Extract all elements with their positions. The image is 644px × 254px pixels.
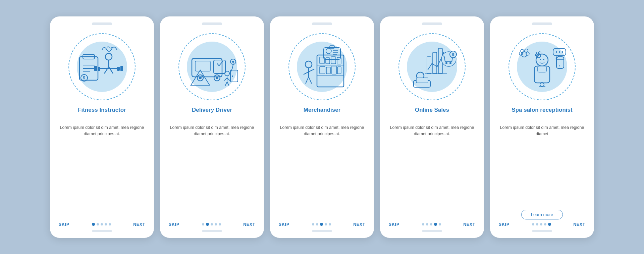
next-button-delivery[interactable]: NEXT [243,222,255,227]
card-merch-title: Merchandiser [304,106,341,121]
svg-point-7 [105,53,112,60]
svg-line-49 [306,77,309,84]
svg-line-32 [227,82,229,86]
card-spa-body: Lorem ipsum dolor sit dim amet, mea regi… [497,124,587,207]
card-fitness: $ Fitness Instructor Lorem ipsum dolor s… [50,16,154,238]
svg-line-14 [104,67,109,73]
dots-delivery [202,223,221,226]
svg-line-48 [304,72,309,74]
dot-s3 [434,223,437,226]
svg-rect-57 [427,57,431,73]
svg-point-64 [445,62,447,64]
next-button-merch[interactable]: NEXT [353,222,365,227]
bottom-bar-sales [422,230,442,232]
svg-rect-9 [98,67,100,71]
card-delivery: Delivery Driver Lorem ipsum dolor sit di… [160,16,264,238]
delivery-icon [183,38,240,95]
svg-point-52 [326,48,331,54]
card-sales-body: Lorem ipsum dolor sit dim amet, mea regi… [387,124,477,219]
dot-sp1 [536,223,538,225]
bottom-bar-fitness [92,230,112,232]
phone-notch [92,22,112,25]
dot-s1 [426,223,428,225]
dot-d0 [202,223,204,225]
phone-notch-spa [532,22,552,25]
dot-d2 [211,223,213,225]
phone-notch-delivery [202,22,222,25]
svg-rect-42 [326,67,330,74]
card-online-sales: $ Online Sales Lorem ipsum dolor sit dim… [380,16,484,238]
skip-button-delivery[interactable]: SKIP [169,222,179,227]
skip-button-fitness[interactable]: SKIP [59,222,69,227]
skip-button-sales[interactable]: SKIP [389,222,399,227]
dot-2 [101,223,103,225]
svg-point-65 [449,62,451,64]
nav-row-merch: SKIP NEXT [277,222,367,227]
dot-m1 [316,223,318,225]
spa-icon [514,38,571,95]
dot-sp0 [532,223,534,225]
svg-rect-39 [331,57,336,64]
card-spa: Spa salon receptionist Lorem ipsum dolor… [490,16,594,238]
svg-point-20 [199,77,202,79]
svg-point-22 [216,77,218,79]
online-sales-icon: $ [404,38,461,95]
dot-sp4 [548,223,551,226]
illustration-sales: $ [395,30,469,104]
card-fitness-body: Lorem ipsum dolor sit dim amet, mea regi… [57,124,147,219]
nav-row-delivery: SKIP NEXT [167,222,257,227]
svg-point-45 [305,61,312,68]
svg-line-30 [227,78,230,81]
nav-row-fitness: SKIP NEXT [57,222,147,227]
dot-m3 [325,223,327,225]
card-merchandiser: Merchandiser Lorem ipsum dolor sit dim a… [270,16,374,238]
cards-container: $ Fitness Instructor Lorem ipsum dolor s… [50,16,594,238]
bottom-bar-merch [312,230,332,232]
svg-rect-44 [337,67,341,74]
dots-sales [422,223,441,226]
svg-rect-82 [556,57,564,68]
phone-notch-sales [422,22,442,25]
phone-notch-merch [312,22,332,25]
svg-rect-70 [416,78,428,83]
svg-point-87 [556,51,557,53]
dot-d3 [215,223,217,225]
next-button-spa[interactable]: NEXT [573,222,585,227]
svg-point-27 [225,71,229,76]
skip-button-spa[interactable]: SKIP [499,222,509,227]
card-sales-title: Online Sales [415,106,449,121]
card-delivery-body: Lorem ipsum dolor sit dim amet, mea regi… [167,124,257,219]
svg-line-15 [109,67,113,73]
svg-rect-38 [326,58,330,64]
svg-rect-18 [195,61,210,71]
svg-text:$: $ [452,52,454,57]
svg-point-77 [543,59,544,60]
dot-m4 [329,223,331,225]
svg-rect-12 [120,66,123,71]
svg-line-50 [309,77,312,84]
merchandiser-icon [293,38,351,95]
learn-more-button[interactable]: Learn more [521,210,563,219]
skip-button-merch[interactable]: SKIP [279,222,289,227]
illustration-merch [285,30,359,104]
svg-rect-25 [230,70,238,82]
illustration-spa [505,30,579,104]
dots-fitness [92,223,111,226]
dot-m0 [312,223,314,225]
next-button-fitness[interactable]: NEXT [133,222,145,227]
dot-s4 [439,223,441,225]
svg-point-88 [559,51,560,53]
dot-0 [92,223,95,226]
card-spa-title: Spa salon receptionist [512,106,572,121]
dot-s2 [430,223,432,225]
bottom-bar-spa [532,230,552,232]
svg-point-89 [562,51,563,53]
svg-point-24 [232,61,234,63]
fitness-icon: $ [73,38,130,95]
dot-d4 [219,223,221,225]
dots-spa [532,223,551,226]
nav-row-spa: SKIP NEXT [497,222,587,227]
card-fitness-title: Fitness Instructor [78,106,126,121]
svg-point-26 [232,75,233,77]
next-button-sales[interactable]: NEXT [463,222,475,227]
